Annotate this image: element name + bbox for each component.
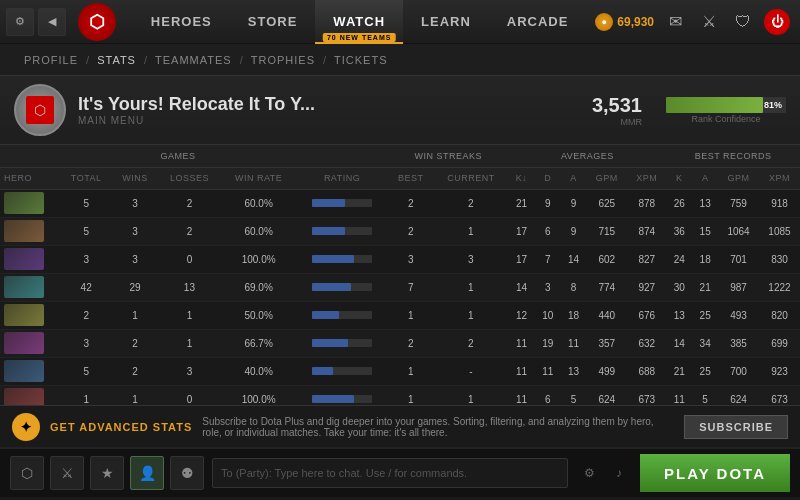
sec-nav-trophies[interactable]: TROPHIES xyxy=(247,54,319,66)
best-cell-0: 2 xyxy=(388,189,433,217)
power-button[interactable]: ⏻ xyxy=(764,9,790,35)
d-col-header: D xyxy=(535,167,561,189)
rating-fill-5 xyxy=(312,339,348,347)
hero-image-1 xyxy=(4,220,44,242)
table-row[interactable]: 5 2 3 40.0% 1 - 11 11 13 499 688 21 25 7… xyxy=(0,357,800,385)
rating-bar-2 xyxy=(312,255,372,263)
current-cell-0: 2 xyxy=(433,189,508,217)
a-cell-3: 8 xyxy=(561,273,587,301)
current-cell-5: 2 xyxy=(433,329,508,357)
profile-header: ⬡ It's Yours! Relocate It To Y... MAIN M… xyxy=(0,76,800,145)
table-row[interactable]: 2 1 1 50.0% 1 1 12 10 18 440 676 13 25 4… xyxy=(0,301,800,329)
a-cell-5: 11 xyxy=(561,329,587,357)
inventory-btn[interactable]: ⬡ xyxy=(10,456,44,490)
hero-cell-5 xyxy=(0,329,60,357)
a-col-header: A xyxy=(561,167,587,189)
rating-bar-7 xyxy=(312,395,372,403)
sec-nav-stats[interactable]: STATS xyxy=(93,54,140,66)
stats-table: GAMES WIN STREAKS AVERAGES BEST RECORDS … xyxy=(0,145,800,405)
bgpm-cell-0: 759 xyxy=(718,189,759,217)
confidence-sub: Rank Confidence xyxy=(666,114,786,124)
winrate-cell-4: 50.0% xyxy=(221,301,296,329)
hero-cell-6 xyxy=(0,357,60,385)
k-cell-7: 11 xyxy=(508,385,534,405)
mmr-value: 3,531 xyxy=(592,94,642,117)
gpm-cell-1: 715 xyxy=(587,217,628,245)
gpm-cell-3: 774 xyxy=(587,273,628,301)
stats-container[interactable]: GAMES WIN STREAKS AVERAGES BEST RECORDS … xyxy=(0,145,800,405)
table-row[interactable]: 3 3 0 100.0% 3 3 17 7 14 602 827 24 18 7… xyxy=(0,245,800,273)
bxpm-cell-7: 673 xyxy=(759,385,800,405)
best-col-header: BEST xyxy=(388,167,433,189)
bgpm-cell-7: 624 xyxy=(718,385,759,405)
cosmetics-btn[interactable]: ★ xyxy=(90,456,124,490)
best-cell-6: 1 xyxy=(388,357,433,385)
sec-nav-profile[interactable]: PROFILE xyxy=(20,54,82,66)
bxpm-cell-6: 923 xyxy=(759,357,800,385)
gpm-cell-2: 602 xyxy=(587,245,628,273)
table-row[interactable]: 5 3 2 60.0% 2 2 21 9 9 625 878 26 13 759… xyxy=(0,189,800,217)
nav-watch[interactable]: WATCH 70 New Teams xyxy=(315,0,403,44)
party-btn[interactable]: ⚉ xyxy=(170,456,204,490)
k-cell-1: 17 xyxy=(508,217,534,245)
k-cell-0: 21 xyxy=(508,189,534,217)
losses-cell-0: 2 xyxy=(158,189,222,217)
chat-placeholder: To (Party): Type here to chat. Use / for… xyxy=(221,467,467,479)
profile-btn[interactable]: 👤 xyxy=(130,456,164,490)
losses-cell-2: 0 xyxy=(158,245,222,273)
nav-heroes[interactable]: HEROES xyxy=(133,0,230,44)
settings-icon[interactable]: ⚙ xyxy=(576,460,602,486)
best-cell-5: 2 xyxy=(388,329,433,357)
hero-cell-2 xyxy=(0,245,60,273)
total-cell-3: 42 xyxy=(60,273,112,301)
table-row[interactable]: 1 1 0 100.0% 1 1 11 6 5 624 673 11 5 624… xyxy=(0,385,800,405)
nav-store[interactable]: STORE xyxy=(230,0,316,44)
current-cell-3: 1 xyxy=(433,273,508,301)
sec-nav-tickets[interactable]: TICKETS xyxy=(330,54,391,66)
nav-arcade[interactable]: ARCADE xyxy=(489,0,587,44)
mail-icon[interactable]: ✉ xyxy=(662,9,688,35)
bxpm-cell-5: 699 xyxy=(759,329,800,357)
rating-cell-0 xyxy=(296,189,388,217)
xpm-cell-6: 688 xyxy=(627,357,666,385)
promo-icon: ✦ xyxy=(12,413,40,441)
sec-nav-teammates[interactable]: TEAMMATES xyxy=(151,54,236,66)
rating-header xyxy=(296,145,388,167)
heroes-btn[interactable]: ⚔ xyxy=(50,456,84,490)
table-row[interactable]: 3 2 1 66.7% 2 2 11 19 11 357 632 14 34 3… xyxy=(0,329,800,357)
subscribe-button[interactable]: SUBSCRIBE xyxy=(684,415,788,439)
bk-cell-4: 13 xyxy=(666,301,692,329)
rating-fill-6 xyxy=(312,367,333,375)
total-cell-1: 5 xyxy=(60,217,112,245)
rating-bar-3 xyxy=(312,283,372,291)
friends-icon[interactable]: ⚔ xyxy=(696,9,722,35)
currency-icon: ● xyxy=(595,13,613,31)
play-dota-button[interactable]: PLAY DOTA xyxy=(640,454,790,492)
table-sub-headers: HERO TOTAL WINS LOSSES WIN RATE RATING B… xyxy=(0,167,800,189)
best-cell-7: 1 xyxy=(388,385,433,405)
bk-cell-7: 11 xyxy=(666,385,692,405)
chat-input-display[interactable]: To (Party): Type here to chat. Use / for… xyxy=(212,458,568,488)
a-cell-6: 13 xyxy=(561,357,587,385)
nav-learn[interactable]: LEARN xyxy=(403,0,489,44)
table-row[interactable]: 42 29 13 69.0% 7 1 14 3 8 774 927 30 21 … xyxy=(0,273,800,301)
table-row[interactable]: 5 3 2 60.0% 2 1 17 6 9 715 874 36 15 106… xyxy=(0,217,800,245)
currency-value: 69,930 xyxy=(617,15,654,29)
bottom-bar: ⬡ ⚔ ★ 👤 ⚉ To (Party): Type here to chat.… xyxy=(0,447,800,497)
settings-icon-btn[interactable]: ⚙ xyxy=(6,8,34,36)
back-btn[interactable]: ◀ xyxy=(38,8,66,36)
wins-cell-0: 3 xyxy=(112,189,157,217)
confidence-fill xyxy=(666,97,763,113)
averages-group-header: AVERAGES xyxy=(508,145,666,167)
rating-bar-0 xyxy=(312,199,372,207)
bk-col-header: K xyxy=(666,167,692,189)
current-cell-4: 1 xyxy=(433,301,508,329)
audio-icon[interactable]: ♪ xyxy=(606,460,632,486)
bottom-left: ⬡ ⚔ ★ 👤 ⚉ xyxy=(10,456,204,490)
bgpm-cell-5: 385 xyxy=(718,329,759,357)
bgpm-cell-6: 700 xyxy=(718,357,759,385)
ba-cell-1: 15 xyxy=(692,217,718,245)
ba-cell-5: 34 xyxy=(692,329,718,357)
bgpm-cell-1: 1064 xyxy=(718,217,759,245)
shield-icon[interactable]: 🛡 xyxy=(730,9,756,35)
